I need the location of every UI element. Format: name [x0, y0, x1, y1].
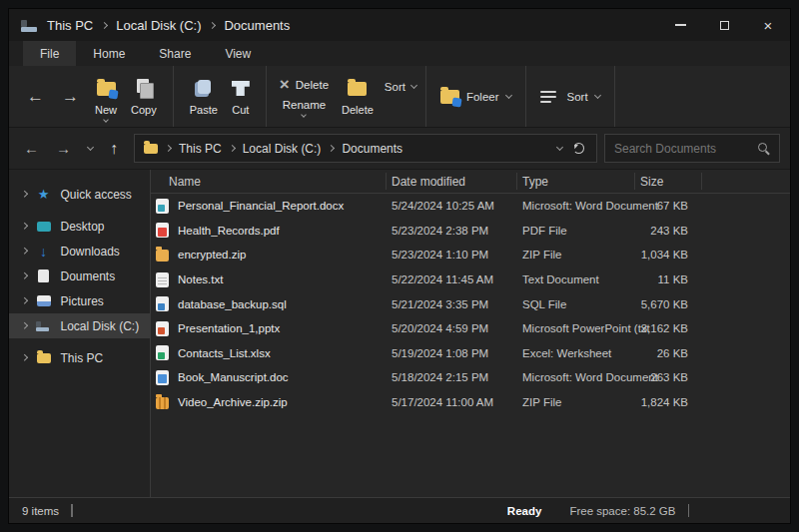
- expand-chevron-icon[interactable]: [21, 322, 27, 328]
- new-folder-icon: [97, 82, 116, 96]
- file-row[interactable]: Contacts_List.xlsx 5/19/2024 1:08 PM Exc…: [151, 341, 790, 366]
- file-row[interactable]: Health_Records.pdf 5/23/2024 2:38 PM PDF…: [151, 219, 790, 244]
- status-ready: Ready: [507, 505, 542, 517]
- file-name: database_backup.sql: [178, 298, 287, 310]
- new-button[interactable]: New: [95, 72, 117, 122]
- file-type-icon: [156, 272, 169, 287]
- delete-button[interactable]: × Delete: [280, 76, 329, 93]
- paste-icon: [195, 80, 212, 98]
- minimize-icon: [675, 24, 686, 26]
- delete-folder-button[interactable]: Delete: [342, 72, 374, 116]
- chevron-down-icon: [410, 82, 417, 89]
- disk-drive-icon: [36, 320, 42, 331]
- menu-file[interactable]: File: [23, 41, 76, 66]
- file-type-icon: [156, 397, 169, 409]
- nav-back-button[interactable]: ←: [19, 140, 44, 157]
- sidebar-item-local-disk-c[interactable]: Local Disk (C:): [9, 313, 150, 338]
- sidebar-item-downloads[interactable]: ↓ Downloads: [9, 239, 150, 264]
- folder-arrow-icon: [440, 90, 459, 104]
- file-type: Microsoft PowerPoint (txt: [517, 322, 635, 334]
- sidebar-item-douments[interactable]: Douments: [9, 264, 150, 288]
- expand-chevron-icon[interactable]: [21, 191, 27, 197]
- file-type: Microsoft: Word Document: [517, 371, 635, 383]
- maximize-button[interactable]: [702, 9, 746, 41]
- menu-view[interactable]: View: [208, 41, 268, 66]
- search-icon[interactable]: [757, 142, 770, 155]
- address-field[interactable]: This PC Local Disk (C:) Documents: [134, 134, 597, 163]
- file-date-modified: 5/18/2024 2:15 PM: [387, 371, 517, 383]
- sort-dropdown-small[interactable]: Sort: [385, 81, 416, 93]
- breadcrumb-documents[interactable]: Documents: [342, 142, 402, 156]
- column-header-size[interactable]: Size: [635, 173, 702, 190]
- title-path-local-disk: Local Disk (C:): [116, 18, 201, 33]
- expand-chevron-icon[interactable]: [21, 248, 27, 254]
- sort-lines-icon: [540, 91, 556, 103]
- file-name: Personal_Financial_Report.docx: [178, 200, 344, 212]
- nav-history-button[interactable]: [83, 148, 98, 150]
- file-row[interactable]: Book_Manuscript.doc 5/18/2024 2:15 PM Mi…: [151, 365, 790, 390]
- file-type-icon: [156, 345, 169, 360]
- file-row[interactable]: Video_Archive.zip.zip 5/17/2024 11:00 AM…: [151, 390, 790, 415]
- file-date-modified: 5/24/2024 10:25 AM: [387, 200, 517, 212]
- picture-icon: [37, 295, 51, 306]
- cut-icon: [232, 81, 250, 96]
- statusbar-separator: [71, 504, 73, 517]
- foleer-button[interactable]: Foleer: [435, 90, 516, 104]
- refresh-icon[interactable]: [573, 143, 584, 154]
- cut-button[interactable]: Cut: [232, 72, 250, 116]
- file-type-icon: [156, 223, 169, 238]
- file-size: 26 KB: [635, 347, 702, 359]
- chevron-right-icon: [209, 21, 216, 28]
- expand-chevron-icon[interactable]: [21, 354, 27, 360]
- minimize-button[interactable]: [658, 9, 702, 41]
- sidebar-item-desktop[interactable]: Desktop: [9, 214, 150, 239]
- column-header-type[interactable]: Type: [517, 173, 635, 190]
- file-name: Health_Records.pdf: [178, 225, 280, 237]
- chevron-down-icon: [504, 91, 511, 98]
- file-name: Book_Manuscript.doc: [178, 371, 289, 383]
- ribbon-group-folder: Foleer: [426, 66, 526, 127]
- file-date-modified: 5/20/2024 4:59 PM: [387, 322, 517, 334]
- menu-share[interactable]: Share: [142, 41, 208, 66]
- chevron-right-icon: [101, 21, 108, 28]
- sidebar-item-this-pc[interactable]: This PC: [9, 345, 150, 370]
- sort-button[interactable]: Sort: [535, 91, 605, 103]
- file-type: Microsoft: Word Document: [517, 200, 635, 212]
- back-button[interactable]: ←: [18, 87, 53, 107]
- file-name: encrypted.zip: [178, 249, 246, 261]
- nav-forward-button[interactable]: →: [51, 140, 76, 157]
- file-type-icon: [156, 321, 169, 336]
- sidebar-item-pictures[interactable]: Pictures: [9, 288, 150, 313]
- column-header-name[interactable]: Name: [151, 173, 387, 190]
- breadcrumb-this-pc[interactable]: This PC: [179, 142, 222, 156]
- expand-chevron-icon[interactable]: [21, 223, 27, 229]
- expand-chevron-icon[interactable]: [21, 297, 27, 303]
- breadcrumb-local-disk[interactable]: Local Disk (C:): [243, 142, 322, 156]
- folder-icon: [348, 82, 367, 96]
- copy-button[interactable]: Copy: [131, 72, 157, 116]
- sidebar-item-quick-access[interactable]: ★ Quick access: [9, 182, 150, 207]
- file-row[interactable]: Presentation_1,pptx 5/20/2024 4:59 PM Mi…: [151, 316, 790, 341]
- expand-chevron-icon[interactable]: [21, 272, 27, 278]
- column-header-date-modified[interactable]: Date modified: [387, 173, 517, 190]
- file-row[interactable]: Notes.txt 5/22/2024 11:45 AM Text Docume…: [151, 267, 790, 292]
- file-row[interactable]: Personal_Financial_Report.docx 5/24/2024…: [151, 194, 790, 219]
- file-size: 5,670 KB: [635, 298, 702, 310]
- nav-up-button[interactable]: ↑: [105, 140, 123, 158]
- quick-access-star-icon: ★: [38, 188, 50, 201]
- file-type: ZIP File: [517, 396, 635, 408]
- chevron-down-icon: [87, 143, 94, 150]
- file-row[interactable]: encrypted.zip 5/23/2024 1:10 PM ZIP File…: [151, 243, 790, 267]
- paste-button[interactable]: Paste: [190, 72, 218, 116]
- forward-button[interactable]: →: [53, 87, 88, 107]
- search-input[interactable]: [614, 142, 757, 156]
- rename-button[interactable]: Rename: [280, 99, 329, 117]
- maximize-icon: [720, 21, 729, 30]
- file-date-modified: 5/17/2024 11:00 AM: [387, 396, 517, 408]
- close-button[interactable]: ×: [746, 9, 790, 41]
- menu-home[interactable]: Home: [76, 41, 142, 66]
- file-explorer-window: This PC Local Disk (C:) Documents × File…: [8, 8, 791, 524]
- file-row[interactable]: database_backup.sql 5/21/2024 3:35 PM SQ…: [151, 291, 790, 316]
- address-dropdown-icon[interactable]: [556, 143, 563, 150]
- file-type-icon: [156, 296, 169, 311]
